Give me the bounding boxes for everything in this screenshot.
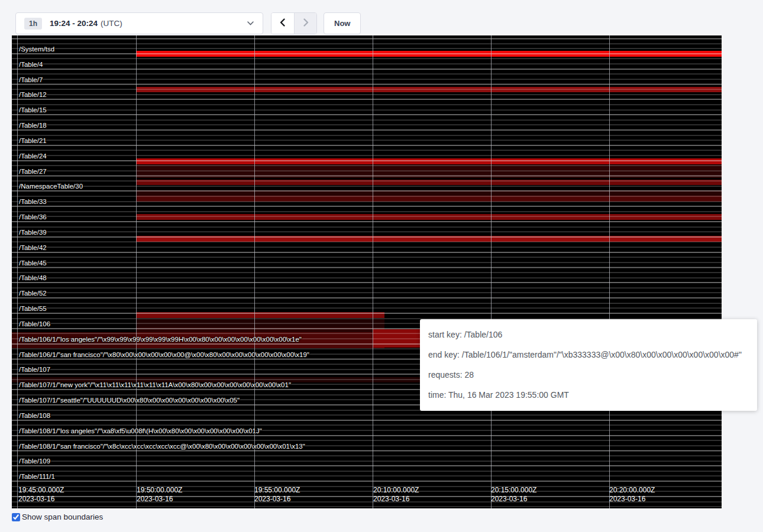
- axis-time-label: 19:55:00.000Z2023-03-16: [254, 486, 300, 504]
- show-span-boundaries-label: Show span boundaries: [22, 512, 103, 521]
- range-text: 19:24 - 20:24: [50, 19, 98, 28]
- heatmap-band: [12, 332, 136, 348]
- range-timezone: (UTC): [101, 19, 122, 28]
- time-gridline: [491, 35, 492, 508]
- heatmap-row-label: /Table/36: [19, 213, 47, 220]
- heatmap-row-label: /Table/106/1/"san francisco"/"\x80\x00\x…: [19, 351, 309, 358]
- heatmap-band: [136, 327, 384, 332]
- heatmap-row-label: /Table/52: [19, 290, 47, 297]
- heatmap-row-label: /Table/107/1/"seattle"/"UUUUUUD\x00\x80\…: [19, 397, 240, 404]
- time-gridline: [609, 35, 610, 508]
- time-gridline: [373, 35, 373, 508]
- axis-time-label: 20:15:00.000Z2023-03-16: [491, 486, 536, 504]
- time-gridline: [136, 35, 137, 508]
- heatmap-band: [136, 319, 384, 327]
- heatmap-band: [136, 196, 722, 202]
- heatmap-row-label: /Table/24: [19, 153, 47, 160]
- prev-range-button[interactable]: [271, 13, 294, 34]
- heatmap-row-label: /NamespaceTable/30: [19, 183, 83, 190]
- heatmap-row-label: /Table/39: [19, 229, 47, 236]
- heatmap-row-label: /Table/109: [19, 458, 50, 465]
- heatmap-band: [136, 236, 722, 242]
- hover-tooltip: start key: /Table/106 end key: /Table/10…: [420, 319, 757, 411]
- heatmap-row-label: /Table/107/1/"new york"/"\x11\x11\x11\x1…: [19, 381, 291, 388]
- show-span-boundaries-control[interactable]: Show span boundaries: [12, 512, 103, 521]
- heatmap-row-label: /Table/111/1: [19, 473, 55, 480]
- range-nav-button-group: [271, 12, 317, 34]
- heatmap-band: [136, 165, 722, 178]
- time-gridlines-layer: [12, 35, 722, 508]
- heatmap-row-label: /Table/15: [19, 106, 47, 113]
- heatmap-band: [136, 190, 722, 196]
- heatmap-band: [136, 312, 384, 318]
- axis-time-label: 20:20:00.000Z2023-03-16: [609, 486, 655, 504]
- heatmap-row-label: /Table/18: [19, 122, 47, 129]
- heatmap-row-label: /Table/106/1/"los angeles"/"\x99\x99\x99…: [19, 336, 302, 343]
- chevron-right-icon: [302, 18, 310, 29]
- time-gridline: [254, 35, 255, 508]
- heatmap-row-label: /Table/45: [19, 259, 47, 267]
- heatmap-band: [136, 332, 384, 348]
- heatmap-band: [136, 180, 722, 185]
- time-gridline: [17, 35, 18, 508]
- heatmap-bands-layer: [12, 35, 722, 508]
- next-range-button[interactable]: [294, 13, 316, 34]
- heatmap-row-label: /Table/107: [19, 366, 50, 373]
- time-axis-labels-layer: 19:45:00.000Z2023-03-1619:50:00.000Z2023…: [12, 35, 722, 508]
- heatmap-row-label: /Table/21: [19, 137, 47, 144]
- heatmap-row-label: /Table/27: [19, 168, 47, 175]
- heatmap-row-label: /System/tsd: [19, 46, 54, 53]
- heatmap-row-label: /Table/12: [19, 91, 47, 98]
- tooltip-time: time: Thu, 16 Mar 2023 19:55:00 GMT: [428, 389, 751, 401]
- heatmap-band: [136, 158, 722, 164]
- heatmap-row-label: /Table/7: [19, 76, 43, 83]
- axis-time-label: 19:45:00.000Z2023-03-16: [18, 486, 64, 504]
- tooltip-end-key: end key: /Table/106/1/"amsterdam"/"\xb33…: [428, 349, 751, 361]
- key-visualizer-canvas[interactable]: /System/tsd/Table/4/Table/7/Table/12/Tab…: [12, 35, 722, 508]
- axis-time-label: 20:10:00.000Z2023-03-16: [373, 486, 419, 504]
- heatmap-row-label: /Table/48: [19, 274, 47, 281]
- heatmap-row-label: /Table/33: [19, 198, 47, 205]
- heatmap-row-label: /Table/108: [19, 412, 50, 419]
- heatmap-band: [136, 87, 722, 92]
- heatmap-band: [136, 214, 722, 220]
- axis-time-label: 19:50:00.000Z2023-03-16: [137, 486, 182, 504]
- time-range-toolbar: 1h 19:24 - 20:24 (UTC) Now: [15, 12, 361, 34]
- heatmap-row-label: /Table/4: [19, 61, 43, 68]
- heatmap-row-label: /Table/55: [19, 305, 47, 312]
- heatmap-row-label: /Table/106: [19, 320, 50, 327]
- heatmap-band: [136, 51, 722, 57]
- heatmap-row-label: /Table/42: [19, 244, 47, 251]
- tooltip-start-key: start key: /Table/106: [428, 329, 751, 340]
- range-preset-badge: 1h: [24, 18, 42, 30]
- now-button[interactable]: Now: [324, 12, 361, 34]
- show-span-boundaries-checkbox[interactable]: [12, 513, 20, 521]
- time-range-selector[interactable]: 1h 19:24 - 20:24 (UTC): [15, 12, 263, 34]
- span-boundary-lines: [12, 35, 722, 508]
- tooltip-requests: requests: 28: [428, 369, 751, 381]
- heatmap-row-label: /Table/108/1/"san francisco"/"\x8c\xcc\x…: [19, 443, 305, 450]
- chevron-left-icon: [279, 18, 287, 29]
- heatmap-row-label: /Table/108/1/"los angeles"/"\xa8\xf5\u00…: [19, 427, 262, 434]
- row-labels-layer: /System/tsd/Table/4/Table/7/Table/12/Tab…: [12, 35, 722, 508]
- chevron-down-icon: [247, 21, 254, 26]
